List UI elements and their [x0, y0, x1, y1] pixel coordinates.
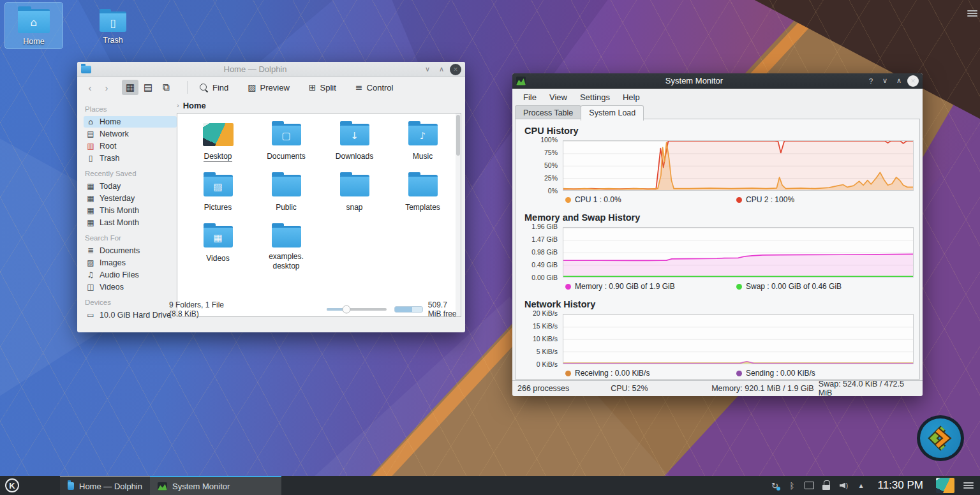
close-button[interactable]: × [450, 64, 461, 75]
swap-usage-label: Swap: 524.0 KiB / 472.5 MiB [819, 380, 917, 397]
chart-section: Memory and Swap History 1.96 GiB1.47 GiB… [523, 212, 914, 291]
dolphin-titlebar[interactable]: Home — Dolphin ∨ ∧ × [77, 62, 465, 77]
sysmon-titlebar[interactable]: System Monitor ? ∨ ∧ × [512, 73, 923, 89]
maximize-button[interactable]: ∧ [893, 75, 905, 87]
file-item[interactable]: snap [320, 171, 389, 222]
breadcrumb[interactable]: › Home [177, 98, 206, 112]
cpu-usage-label: CPU: 52% [611, 384, 711, 393]
places-item[interactable]: Trash [84, 152, 177, 164]
file-item[interactable]: Videos [184, 222, 252, 273]
file-item[interactable]: Music [389, 120, 457, 171]
system-load-page: CPU History 100%75%50%25%0% C [515, 119, 920, 380]
dolphin-window: Home — Dolphin ∨ ∧ × ‹ › Find Preview [77, 62, 465, 332]
view-mode-button[interactable] [122, 80, 138, 95]
zoom-slider[interactable] [327, 308, 387, 311]
minimize-button[interactable]: ∨ [879, 75, 891, 87]
toolbar-button[interactable]: Control [352, 82, 397, 92]
toolbar-button[interactable]: Split [305, 82, 340, 92]
desktop-toolbox-icon[interactable] [967, 10, 977, 17]
places-item[interactable]: Videos [84, 281, 177, 293]
places-item-label: Root [100, 142, 116, 151]
tray-icon[interactable] [820, 480, 832, 491]
system-monitor-window: System Monitor ? ∨ ∧ × FileViewSettingsH… [512, 73, 923, 396]
scrollbar-handle[interactable] [456, 115, 460, 156]
places-item[interactable]: This Month [84, 205, 177, 216]
desktop-icon[interactable]: ▯ Trash [84, 3, 142, 48]
places-item[interactable]: Images [84, 257, 177, 269]
legend-label: Swap : 0.00 GiB of 0.46 GiB [746, 282, 842, 291]
menu-item[interactable]: Settings [574, 91, 616, 104]
folder-emblem-glyph: ⌂ [31, 16, 38, 29]
toolbar-button-label: Split [320, 83, 336, 92]
places-item[interactable]: Yesterday [84, 193, 177, 204]
menu-item[interactable]: File [517, 91, 542, 104]
back-icon[interactable]: ‹ [84, 82, 96, 93]
file-item[interactable]: examples. desktop [252, 222, 320, 273]
legend-dot [736, 284, 742, 290]
folder-icon [340, 124, 369, 145]
folder-icon [408, 124, 438, 145]
breadcrumb-chevron-icon: › [177, 101, 179, 109]
help-button[interactable]: ? [865, 75, 877, 87]
toolbar-button-icon [309, 82, 316, 92]
menu-item[interactable]: Help [617, 91, 646, 104]
view-mode-button[interactable] [158, 80, 174, 95]
task-button[interactable]: Home — Dolphin [60, 476, 150, 495]
breadcrumb-current[interactable]: Home [183, 101, 206, 110]
folder-icon [272, 175, 301, 196]
places-section-items: Documents Images Audio Files Videos [84, 245, 177, 293]
view-mode-button[interactable] [140, 80, 156, 95]
task-button[interactable]: System Monitor [150, 476, 281, 495]
places-item[interactable]: Network [84, 128, 177, 140]
folder-icon [272, 124, 301, 145]
file-grid: Desktop Documents Down [177, 114, 461, 273]
legend-item: Sending : 0.00 KiB/s [736, 369, 907, 378]
file-item[interactable]: Downloads [320, 120, 389, 171]
tray-icon[interactable] [769, 480, 780, 491]
places-item[interactable]: Audio Files [84, 269, 177, 281]
digital-clock[interactable]: 11:30 PM [872, 479, 928, 492]
task-label: Home — Dolphin [79, 482, 142, 491]
chart-title: Memory and Swap History [524, 212, 914, 223]
toolbar-button[interactable]: Find [195, 82, 232, 92]
places-section-title: Places [85, 105, 177, 113]
tray-icon[interactable] [786, 480, 798, 491]
desktop-icon[interactable]: ⌂ Home [5, 3, 63, 48]
file-item[interactable]: Documents [252, 120, 320, 171]
folder-icon: ⌂ [18, 9, 50, 33]
legend-item: CPU 1 : 0.0% [565, 195, 736, 204]
scrollbar[interactable] [456, 114, 461, 316]
forward-icon[interactable]: › [100, 82, 113, 93]
tray-icon[interactable] [838, 480, 849, 491]
zoom-slider-handle[interactable] [343, 306, 351, 314]
tab[interactable]: System Load [581, 105, 644, 121]
places-item-label: Images [100, 258, 126, 267]
close-button[interactable]: × [907, 75, 919, 87]
plot-area: 100%75%50%25%0% [563, 140, 914, 191]
tray-icon[interactable] [855, 480, 866, 491]
places-item[interactable]: Root [84, 140, 177, 152]
file-item[interactable]: Desktop [184, 120, 252, 171]
minimize-button[interactable]: ∨ [422, 64, 433, 75]
y-axis-tick-label: 15 KiB/s [523, 322, 558, 330]
tray-icon[interactable] [803, 480, 815, 491]
folder-icon [340, 175, 369, 196]
places-item[interactable]: Last Month [84, 217, 177, 228]
places-item[interactable]: Documents [84, 245, 177, 256]
menu-item[interactable]: View [544, 91, 573, 104]
maximize-button[interactable]: ∧ [436, 64, 447, 75]
places-item[interactable]: Today [84, 181, 177, 192]
panel-toolbox[interactable] [962, 482, 977, 489]
toolbar-button[interactable]: Preview [244, 82, 293, 92]
places-item-label: Audio Files [100, 270, 139, 279]
file-item[interactable]: Templates [389, 171, 457, 222]
y-axis-tick-label: 0.98 GiB [523, 248, 558, 256]
kubuntu-logo-glyph [927, 425, 954, 452]
places-item[interactable]: Home [84, 116, 177, 128]
folder-icon: ▯ [100, 11, 126, 32]
file-item[interactable]: Pictures [184, 171, 252, 222]
legend-dot [565, 371, 571, 376]
file-item[interactable]: Public [252, 171, 320, 222]
desktop-pager[interactable] [936, 478, 954, 493]
application-launcher[interactable]: K [0, 476, 24, 495]
